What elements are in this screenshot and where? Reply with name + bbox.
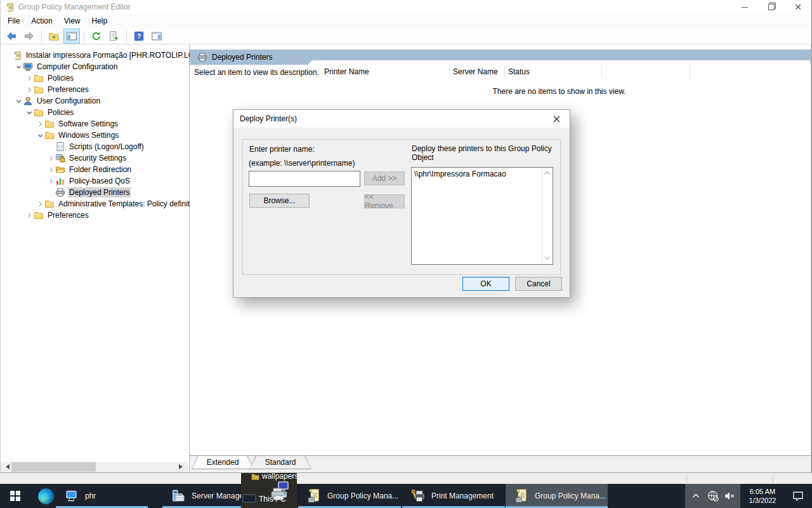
tree-item[interactable]: Security Settings — [1, 152, 189, 164]
tree-item[interactable]: Preferences — [1, 210, 189, 221]
printer-name-input[interactable] — [249, 171, 360, 187]
deploy-printers-dialog: Deploy Printer(s) Enter printer name: (e… — [233, 109, 570, 298]
export-list-button[interactable] — [106, 29, 122, 44]
scroll-down-icon[interactable] — [544, 254, 551, 263]
tree-item[interactable]: Scripts (Logon/Logoff) — [1, 141, 189, 152]
print-mgmt-icon — [410, 488, 426, 504]
start-button[interactable] — [0, 484, 30, 508]
column-header[interactable]: Printer Name — [308, 65, 450, 78]
scroll-left-arrow[interactable] — [3, 464, 10, 469]
menu-bar: FileActionViewHelp — [1, 14, 811, 28]
tree-item[interactable]: Policies — [1, 107, 189, 118]
menu-action[interactable]: Action — [25, 15, 58, 27]
folder-icon — [251, 473, 259, 480]
scrollbar-thumb[interactable] — [11, 462, 96, 472]
dialog-title: Deploy Printer(s) — [240, 114, 297, 123]
dialog-close-icon[interactable] — [543, 110, 570, 128]
column-header[interactable] — [602, 65, 691, 78]
tab-standard[interactable]: Standard — [249, 456, 311, 469]
tree-item[interactable]: Folder Redirection — [1, 164, 189, 175]
script-icon — [55, 142, 65, 152]
tree-item[interactable]: Computer Configuration — [1, 61, 189, 72]
this-pc-icon — [242, 494, 256, 504]
help-button[interactable]: ? — [131, 29, 147, 44]
chevron-right-icon[interactable] — [36, 199, 44, 208]
chevron-up-icon[interactable] — [690, 490, 702, 502]
list-scrollbar[interactable] — [542, 168, 553, 264]
printer-icon — [197, 52, 207, 62]
tree-item[interactable]: Preferences — [1, 84, 189, 95]
scroll-right-arrow[interactable] — [179, 464, 185, 469]
chevron-right-icon[interactable] — [25, 85, 34, 94]
volume-muted-icon[interactable] — [723, 490, 736, 502]
chevron-right-icon[interactable] — [46, 177, 55, 185]
back-button[interactable] — [3, 29, 20, 44]
chevron-right-icon[interactable] — [36, 119, 44, 128]
chevron-right-icon[interactable] — [25, 211, 34, 220]
folder-open-icon — [55, 164, 65, 175]
tree-item-label: Preferences — [46, 84, 90, 95]
tree-item-label: Computer Configuration — [36, 62, 119, 72]
close-button[interactable]: ✕ — [785, 0, 811, 14]
restore-button[interactable] — [758, 0, 785, 14]
taskbar-item-print-management[interactable]: Print Management — [402, 484, 505, 508]
refresh-button[interactable] — [88, 29, 105, 44]
forward-button[interactable] — [21, 29, 37, 44]
chevron-down-icon[interactable] — [14, 97, 23, 105]
up-one-level-button[interactable] — [46, 29, 62, 44]
toolbar-separator — [41, 30, 42, 42]
deploy-list-label: Deploy these printers to this Group Poli… — [412, 144, 553, 162]
minimize-button[interactable] — [731, 0, 758, 14]
taskbar-clock[interactable]: 6:05 AM 1/3/2022 — [740, 484, 785, 508]
cancel-button[interactable]: Cancel — [515, 277, 562, 291]
system-tray — [685, 484, 740, 508]
ok-button[interactable]: OK — [462, 277, 509, 291]
taskbar-item-phr[interactable]: phr — [56, 484, 148, 508]
chevron-down-icon[interactable] — [25, 108, 34, 117]
tree-item[interactable]: Windows Settings — [1, 130, 189, 141]
taskbar-item-label: phr — [85, 491, 96, 500]
desktop-icon-this-pc[interactable]: This PC — [242, 494, 286, 504]
toolbar: ? — [1, 28, 811, 44]
folder-icon — [34, 210, 44, 220]
tab-extended[interactable]: Extended — [192, 456, 254, 469]
desktop-icon-wallpapers[interactable]: wallpapers — [251, 473, 297, 481]
list-header: Printer NameServer NameStatus — [308, 65, 810, 78]
menu-file[interactable]: File — [2, 15, 25, 27]
chevron-right-icon[interactable] — [46, 165, 55, 174]
remove-button[interactable]: << Remove — [364, 194, 405, 208]
column-header[interactable]: Server Name — [450, 65, 505, 78]
tree-item[interactable]: Instalar impressora Formação [PHR.ROTOLI… — [1, 50, 189, 61]
network-offline-icon[interactable] — [707, 490, 719, 502]
tree-item-label: Scripts (Logon/Logoff) — [68, 142, 145, 152]
taskbar-item-group-policy-mana[interactable]: Group Policy Mana... — [506, 484, 608, 508]
tree-item-label: Instalar impressora Formação [PHR.ROTOLI… — [25, 50, 206, 60]
folder-icon — [34, 107, 44, 117]
show-action-pane-button[interactable] — [148, 29, 165, 44]
tree-item[interactable]: Policies — [1, 72, 189, 84]
tree-item[interactable]: Policy-based QoS — [1, 175, 189, 187]
menu-help[interactable]: Help — [86, 15, 114, 27]
menu-view[interactable]: View — [58, 15, 86, 27]
show-console-tree-button[interactable] — [63, 29, 80, 44]
chevron-down-icon[interactable] — [36, 131, 44, 140]
chevron-down-icon[interactable] — [14, 62, 23, 71]
browse-button[interactable]: Browse... — [249, 194, 310, 208]
taskbar-item-group-policy-mana[interactable]: Group Policy Mana... — [298, 484, 401, 508]
column-header[interactable]: Status — [505, 65, 602, 78]
chevron-right-icon[interactable] — [25, 74, 34, 83]
tree-horizontal-scrollbar[interactable] — [1, 462, 188, 472]
printer-list-item[interactable]: \\phr\Impressora Formacao — [412, 168, 553, 178]
add-button[interactable]: Add >> — [364, 171, 405, 185]
tree-item[interactable]: Deployed Printers — [1, 187, 189, 198]
printer-name-example: (example: \\server\printername) — [249, 159, 355, 168]
printer-list[interactable]: \\phr\Impressora Formacao — [411, 167, 553, 265]
tree-item[interactable]: Administrative Templates: Policy definit… — [1, 198, 189, 210]
server-manager-icon — [171, 488, 186, 504]
chevron-right-icon[interactable] — [46, 154, 55, 163]
tree-item[interactable]: User Configuration — [1, 95, 189, 107]
tree-item-label: Software Settings — [57, 119, 119, 129]
tree-item[interactable]: Software Settings — [1, 118, 189, 130]
action-center-button[interactable] — [785, 484, 811, 508]
scroll-up-icon[interactable] — [544, 169, 551, 178]
